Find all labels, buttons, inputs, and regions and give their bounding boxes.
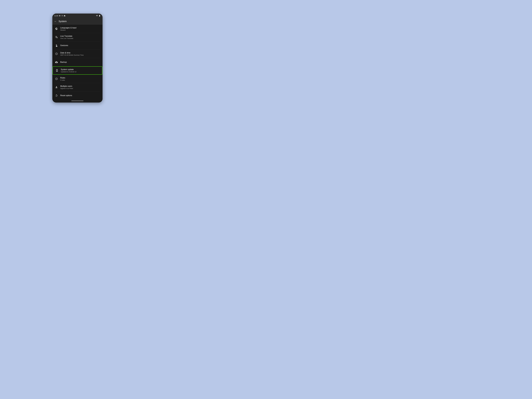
languages-title: Languages & input xyxy=(60,27,76,29)
gestures-text: Gestures xyxy=(60,44,68,47)
date-time-text: Date & time GMT+01:00 British Summer Tim… xyxy=(60,52,84,56)
backup-text: Backup xyxy=(60,61,67,63)
home-indicator xyxy=(52,100,102,102)
multiple-users-title: Multiple users xyxy=(60,85,73,87)
system-update-title: System update xyxy=(61,69,76,71)
menu-item-system-update[interactable]: System update Updated to Android 12 xyxy=(53,66,102,75)
gestures-icon xyxy=(55,44,58,47)
reset-icon xyxy=(55,94,58,97)
reset-options-title: Reset options xyxy=(60,95,72,97)
menu-item-backup[interactable]: Backup xyxy=(52,58,102,66)
menu-item-rules[interactable]: Rules 0 rules xyxy=(52,75,102,83)
menu-item-reset-options[interactable]: Reset options xyxy=(52,91,102,100)
menu-list: Languages & input Gboard Live Translate … xyxy=(52,25,102,100)
clock-icon xyxy=(55,52,58,56)
users-icon xyxy=(55,85,58,89)
status-bar: 11:04 xyxy=(52,13,102,18)
languages-text: Languages & input Gboard xyxy=(60,27,76,31)
translate-icon xyxy=(55,35,58,39)
menu-item-date-time[interactable]: Date & time GMT+01:00 British Summer Tim… xyxy=(52,50,102,58)
menu-item-multiple-users[interactable]: Multiple users Signed in as Peter xyxy=(52,83,102,91)
backup-title: Backup xyxy=(60,61,67,63)
system-update-icon xyxy=(55,69,59,72)
system-update-subtitle: Updated to Android 12 xyxy=(61,71,76,73)
phone-container: 11:04 ← System xyxy=(52,13,102,102)
menu-item-live-translate[interactable]: Live Translate Use Live Translate xyxy=(52,33,102,41)
live-translate-text: Live Translate Use Live Translate xyxy=(60,35,73,39)
system-update-text: System update Updated to Android 12 xyxy=(61,69,76,73)
menu-item-gestures[interactable]: Gestures xyxy=(52,41,102,50)
rules-subtitle: 0 rules xyxy=(60,79,65,81)
page-title: System xyxy=(59,20,67,23)
back-button[interactable]: ← xyxy=(54,20,57,23)
cloud-icon xyxy=(64,15,65,17)
live-translate-title: Live Translate xyxy=(60,35,73,37)
date-time-subtitle: GMT+01:00 British Summer Time xyxy=(60,54,84,56)
battery-icon xyxy=(99,15,101,17)
status-bar-right xyxy=(96,15,101,17)
wifi-icon xyxy=(96,15,98,17)
live-translate-subtitle: Use Live Translate xyxy=(60,38,73,39)
rules-text: Rules 0 rules xyxy=(60,77,65,81)
multiple-users-text: Multiple users Signed in as Peter xyxy=(60,85,73,89)
download-icon xyxy=(61,15,63,17)
menu-item-languages[interactable]: Languages & input Gboard xyxy=(52,25,102,33)
languages-subtitle: Gboard xyxy=(60,29,76,31)
gestures-title: Gestures xyxy=(60,44,68,47)
home-bar[interactable] xyxy=(71,101,83,101)
globe-icon xyxy=(55,27,58,31)
backup-icon xyxy=(55,60,58,64)
reset-options-text: Reset options xyxy=(60,95,72,97)
rules-title: Rules xyxy=(60,77,65,79)
date-time-title: Date & time xyxy=(60,52,84,54)
rules-icon xyxy=(55,77,58,81)
multiple-users-subtitle: Signed in as Peter xyxy=(60,88,73,89)
status-bar-left: 11:04 xyxy=(54,15,65,17)
header: ← System xyxy=(52,18,102,25)
gear-icon xyxy=(59,15,61,17)
status-time: 11:04 xyxy=(54,15,58,17)
